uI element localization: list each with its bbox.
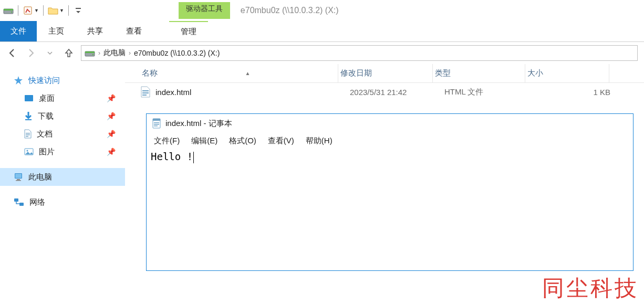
contextual-tab-drive-tools: 驱动器工具: [179, 2, 230, 19]
properties-icon[interactable]: [23, 5, 33, 16]
sidebar-item-label: 文档: [37, 129, 53, 139]
file-type: HTML 文件: [444, 87, 537, 97]
svg-rect-4: [76, 8, 81, 9]
sidebar-desktop[interactable]: 桌面 📌: [0, 89, 125, 107]
svg-point-7: [92, 54, 94, 55]
customize-qat-icon[interactable]: [73, 5, 84, 16]
chevron-right-icon[interactable]: ›: [129, 49, 131, 57]
svg-rect-22: [142, 92, 149, 93]
pin-icon: 📌: [107, 112, 116, 120]
quick-access-toolbar: ▼ ▼: [0, 5, 87, 16]
notepad-menu-file[interactable]: 文件(F): [154, 136, 180, 146]
sidebar-pictures[interactable]: 图片 📌: [0, 143, 125, 161]
notepad-window[interactable]: index.html - 记事本 文件(F) 编辑(E) 格式(O) 查看(V)…: [146, 113, 633, 271]
title-bar: ▼ ▼ 驱动器工具 e70mbu0z (\\10.0.3.2) (X:): [0, 0, 644, 21]
svg-rect-6: [85, 51, 95, 53]
breadcrumb-this-pc[interactable]: 此电脑: [103, 48, 126, 58]
ribbon-tab-home[interactable]: 主页: [37, 21, 76, 41]
notepad-menu-view[interactable]: 查看(V): [268, 136, 294, 146]
sidebar-downloads[interactable]: 下载 📌: [0, 107, 125, 125]
ribbon-tab-file[interactable]: 文件: [0, 21, 37, 41]
column-header-size[interactable]: 大小: [525, 64, 609, 82]
svg-rect-23: [142, 95, 147, 96]
document-icon: [24, 129, 32, 139]
address-bar: › 此电脑 › e70mbu0z (\\10.0.3.2) (X:): [0, 42, 644, 64]
folder-icon[interactable]: [48, 5, 58, 16]
notepad-menu-edit[interactable]: 编辑(E): [191, 136, 217, 146]
navigation-pane: 快速访问 桌面 📌 下载 📌 文档 📌 图片 📌 此电脑: [0, 64, 125, 304]
ribbon-tab-manage[interactable]: 管理: [169, 21, 208, 41]
pictures-icon: [24, 148, 34, 155]
column-header-date[interactable]: 修改日期: [338, 64, 433, 82]
pin-icon: 📌: [107, 130, 116, 138]
chevron-down-icon[interactable]: ▼: [59, 8, 64, 13]
column-label: 名称: [142, 68, 158, 78]
svg-rect-1: [4, 9, 13, 11]
download-icon: [24, 111, 33, 121]
notepad-title-text: index.html - 记事本: [165, 119, 232, 129]
svg-rect-25: [153, 119, 160, 121]
svg-point-14: [27, 150, 28, 152]
star-icon: [14, 76, 23, 85]
desktop-icon: [24, 95, 34, 102]
file-date: 2023/5/31 21:42: [350, 88, 444, 97]
file-list-pane: 名称▲ 修改日期 类型 大小 index.html 2023/5/31 21:4…: [125, 64, 644, 304]
breadcrumb-box[interactable]: › 此电脑 › e70mbu0z (\\10.0.3.2) (X:): [81, 45, 638, 61]
breadcrumb-current[interactable]: e70mbu0z (\\10.0.3.2) (X:): [134, 49, 220, 57]
network-icon: [14, 198, 24, 206]
svg-rect-26: [154, 122, 159, 123]
nav-back-button[interactable]: [5, 46, 19, 60]
svg-rect-12: [26, 136, 28, 137]
sidebar-network[interactable]: 网络: [0, 193, 125, 211]
window-title: e70mbu0z (\\10.0.3.2) (X:): [241, 6, 339, 15]
svg-rect-21: [142, 90, 149, 91]
notepad-icon: [152, 118, 161, 129]
svg-rect-10: [26, 133, 30, 134]
drive-icon: [85, 49, 95, 57]
sidebar-this-pc[interactable]: 此电脑: [0, 168, 125, 186]
pin-icon: 📌: [107, 94, 116, 102]
svg-rect-18: [16, 180, 21, 181]
ribbon-tab-view[interactable]: 查看: [115, 21, 153, 41]
ribbon-tab-share[interactable]: 共享: [76, 21, 115, 41]
ribbon-tabs: 文件 主页 共享 查看 管理: [0, 21, 644, 42]
notepad-content: Hello !: [151, 151, 193, 162]
notepad-menu-help[interactable]: 帮助(H): [306, 136, 333, 146]
separator: [18, 5, 18, 16]
nav-up-button[interactable]: [62, 46, 76, 60]
svg-rect-19: [14, 198, 18, 202]
drive-icon: [3, 5, 14, 16]
chevron-down-icon[interactable]: ▼: [34, 8, 39, 13]
sidebar-quick-access[interactable]: 快速访问: [0, 71, 125, 89]
file-row[interactable]: index.html 2023/5/31 21:42 HTML 文件 1 KB: [125, 83, 644, 101]
notepad-menu-format[interactable]: 格式(O): [229, 136, 256, 146]
svg-rect-11: [26, 134, 30, 135]
column-headers: 名称▲ 修改日期 类型 大小: [125, 64, 644, 83]
nav-history-button[interactable]: [43, 46, 57, 60]
computer-icon: [14, 173, 23, 181]
file-name: index.html: [155, 88, 350, 97]
notepad-titlebar[interactable]: index.html - 记事本: [147, 114, 633, 133]
notepad-menubar: 文件(F) 编辑(E) 格式(O) 查看(V) 帮助(H): [147, 133, 633, 149]
svg-rect-16: [15, 174, 22, 178]
sidebar-item-label: 此电脑: [28, 172, 52, 182]
file-size: 1 KB: [537, 88, 610, 97]
separator: [68, 5, 69, 16]
svg-rect-27: [154, 124, 159, 125]
svg-rect-17: [17, 179, 20, 180]
text-caret: [193, 152, 194, 163]
chevron-right-icon[interactable]: ›: [98, 49, 100, 57]
sidebar-item-label: 快速访问: [28, 76, 60, 86]
sidebar-item-label: 下载: [38, 111, 54, 121]
main-area: 快速访问 桌面 📌 下载 📌 文档 📌 图片 📌 此电脑: [0, 64, 644, 304]
sort-asc-icon: ▲: [245, 70, 251, 76]
nav-forward-button[interactable]: [24, 46, 38, 60]
sidebar-documents[interactable]: 文档 📌: [0, 125, 125, 143]
notepad-text-area[interactable]: Hello !: [147, 149, 633, 165]
svg-rect-8: [25, 95, 33, 101]
column-header-type[interactable]: 类型: [433, 64, 525, 82]
column-header-name[interactable]: 名称▲: [140, 64, 338, 82]
html-file-icon: [141, 86, 150, 98]
sidebar-item-label: 图片: [39, 147, 55, 157]
watermark-text: 同尘科技: [542, 274, 639, 303]
